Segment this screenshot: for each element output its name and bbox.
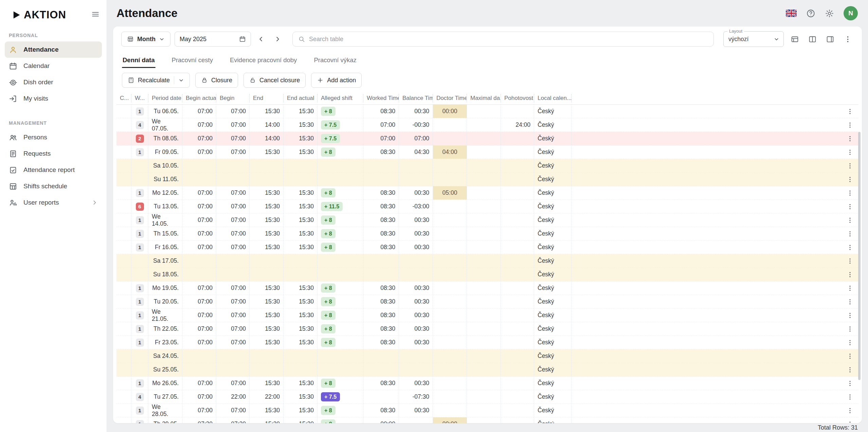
column-header-0[interactable]: C...: [116, 94, 131, 102]
tab-pracovn-cesty[interactable]: Pracovní cesty: [171, 51, 214, 68]
row-menu-kebab-icon[interactable]: [846, 393, 854, 401]
row-menu-kebab-icon[interactable]: [846, 230, 854, 238]
column-header-9[interactable]: Balance Time: [399, 94, 433, 102]
row-menu-kebab-icon[interactable]: [846, 271, 854, 278]
row-menu-kebab-icon[interactable]: [846, 135, 854, 142]
table-row[interactable]: Sa 10.05.Český: [116, 159, 858, 173]
column-header-3[interactable]: Begin actual: [182, 94, 216, 102]
sidebar-item-attendance[interactable]: Attendance: [5, 41, 102, 58]
panel-view-icon[interactable]: [823, 32, 837, 46]
table-row[interactable]: Sa 24.05.Český: [116, 349, 858, 363]
column-header-7[interactable]: Alleged shift: [318, 94, 363, 102]
layout-select[interactable]: Layout výchozí: [723, 31, 784, 47]
table-row[interactable]: 4Tu 27.05.07:0022:0022:0015:30+ 7.5-07:3…: [116, 390, 858, 404]
sidebar-item-dish-order[interactable]: Dish order: [5, 74, 102, 90]
table-row[interactable]: 1Fr 09.05.07:0007:0015:3015:30+ 808:3004…: [116, 145, 858, 159]
column-header-5[interactable]: End: [250, 94, 284, 102]
closure-button[interactable]: Closure: [195, 73, 238, 88]
table-row[interactable]: 1Mo 12.05.07:0007:0015:3015:30+ 808:3000…: [116, 186, 858, 200]
table-row[interactable]: 1Tu 06.05.07:0007:0015:3015:30+ 808:3000…: [116, 105, 858, 118]
table-row[interactable]: 1Th 29.05.07:3007:3015:3015:30+ 800:0000…: [116, 417, 858, 423]
tab-evidence-pracovn-doby[interactable]: Evidence pracovní doby: [229, 51, 297, 68]
recalculate-button[interactable]: Recalculate: [122, 73, 190, 88]
table-row[interactable]: 2Th 08.05.07:0007:0014:0015:30+ 7.507:00…: [116, 132, 858, 145]
row-menu-kebab-icon[interactable]: [846, 121, 854, 129]
table-row[interactable]: Sa 17.05.Český: [116, 254, 858, 268]
column-header-13[interactable]: Local calen...: [534, 94, 572, 102]
row-menu-kebab-icon[interactable]: [846, 339, 854, 346]
chevron-down-icon[interactable]: [178, 77, 184, 83]
previous-period-button[interactable]: [255, 33, 267, 45]
period-type-select[interactable]: Month: [121, 32, 170, 47]
column-header-4[interactable]: Begin: [216, 94, 250, 102]
search-box[interactable]: [292, 32, 714, 47]
table-row[interactable]: 1Th 22.05.07:0007:0015:3015:30+ 808:3000…: [116, 322, 858, 336]
table-row[interactable]: 1We 21.05.07:0007:0015:3015:30+ 808:3000…: [116, 309, 858, 322]
more-options-kebab-icon[interactable]: [841, 32, 854, 46]
column-header-1[interactable]: W...: [131, 94, 148, 102]
user-avatar[interactable]: N: [844, 6, 858, 20]
row-menu-kebab-icon[interactable]: [846, 257, 854, 265]
vertical-scrollbar[interactable]: [858, 132, 861, 380]
row-menu-kebab-icon[interactable]: [846, 162, 854, 170]
help-icon[interactable]: [806, 9, 815, 18]
table-row[interactable]: 4We 07.05.07:0007:0014:0015:30+ 7.507:00…: [116, 118, 858, 132]
sidebar-item-calendar[interactable]: Calendar: [5, 58, 102, 74]
column-header-12[interactable]: Pohotovost ...: [501, 94, 534, 102]
row-menu-kebab-icon[interactable]: [846, 407, 854, 414]
hamburger-menu-icon[interactable]: [91, 10, 100, 20]
search-input[interactable]: [309, 36, 708, 43]
row-menu-kebab-icon[interactable]: [846, 366, 854, 374]
row-menu-kebab-icon[interactable]: [846, 203, 854, 210]
sidebar-item-user-reports[interactable]: User reports: [5, 194, 102, 211]
row-menu-kebab-icon[interactable]: [846, 176, 854, 183]
row-menu-kebab-icon[interactable]: [846, 312, 854, 319]
table-row[interactable]: Su 11.05.Český: [116, 173, 858, 186]
column-header-6[interactable]: End actual: [284, 94, 318, 102]
table-row[interactable]: 6Tu 13.05.07:0007:0015:3015:30+ 11.508:3…: [116, 200, 858, 213]
language-flag-icon[interactable]: [786, 10, 797, 17]
table-row[interactable]: 1Fr 16.05.07:0007:0015:3015:30+ 808:3000…: [116, 241, 858, 254]
cell-begin-actual: 07:00: [182, 200, 216, 213]
cell-value: Fr 09.05.: [155, 149, 179, 156]
sidebar-item-my-visits[interactable]: My visits: [5, 90, 102, 107]
table-row[interactable]: Su 18.05.Český: [116, 268, 858, 281]
sidebar-item-attendance-report[interactable]: Attendance report: [5, 162, 102, 178]
period-date-picker[interactable]: May 2025: [175, 32, 251, 47]
row-menu-kebab-icon[interactable]: [846, 352, 854, 360]
summary-view-icon[interactable]: [788, 32, 801, 46]
sidebar-item-shifts-schedule[interactable]: Shifts schedule: [5, 178, 102, 194]
table-row[interactable]: 1We 14.05.07:0007:0015:3015:30+ 808:3000…: [116, 213, 858, 227]
aktion-logo[interactable]: AKTION: [12, 9, 66, 21]
row-menu-kebab-icon[interactable]: [846, 244, 854, 251]
add-action-button[interactable]: Add action: [311, 73, 362, 88]
split-view-icon[interactable]: [806, 32, 819, 46]
row-menu-kebab-icon[interactable]: [846, 217, 854, 224]
row-menu-kebab-icon[interactable]: [846, 298, 854, 306]
tab-pracovn-v-kaz[interactable]: Pracovní výkaz: [313, 51, 357, 68]
row-menu-kebab-icon[interactable]: [846, 325, 854, 333]
table-row[interactable]: 1Tu 20.05.07:0007:0015:3015:30+ 808:3000…: [116, 295, 858, 309]
settings-gear-icon[interactable]: [825, 9, 834, 18]
table-row[interactable]: 1We 28.05.07:0007:0015:3015:30+ 808:3000…: [116, 404, 858, 417]
column-header-11[interactable]: Maximal da...: [467, 94, 501, 102]
row-menu-kebab-icon[interactable]: [846, 189, 854, 197]
next-period-button[interactable]: [271, 33, 284, 45]
table-row[interactable]: 1Th 15.05.07:0007:0015:3015:30+ 808:3000…: [116, 227, 858, 241]
row-menu-kebab-icon[interactable]: [846, 420, 854, 424]
sidebar-item-requests[interactable]: Requests: [5, 145, 102, 162]
sidebar-item-persons[interactable]: Persons: [5, 129, 102, 145]
table-row[interactable]: 1Mo 19.05.07:0007:0015:3015:30+ 808:3000…: [116, 281, 858, 295]
column-header-2[interactable]: Period date: [148, 94, 182, 102]
column-header-10[interactable]: Doctor Time: [433, 94, 467, 102]
column-header-8[interactable]: Worked Time: [363, 94, 399, 102]
cancel-closure-button[interactable]: Cancel closure: [243, 73, 306, 88]
table-row[interactable]: Su 25.05.Český: [116, 363, 858, 377]
row-menu-kebab-icon[interactable]: [846, 380, 854, 387]
tab-denn-data[interactable]: Denní data: [122, 51, 156, 68]
row-menu-kebab-icon[interactable]: [846, 284, 854, 292]
table-row[interactable]: 1Mo 26.05.07:0007:0015:3015:30+ 808:3000…: [116, 377, 858, 390]
table-row[interactable]: 1Fr 23.05.07:0007:0015:3015:30+ 808:3000…: [116, 336, 858, 349]
row-menu-kebab-icon[interactable]: [846, 108, 854, 115]
row-menu-kebab-icon[interactable]: [846, 149, 854, 156]
